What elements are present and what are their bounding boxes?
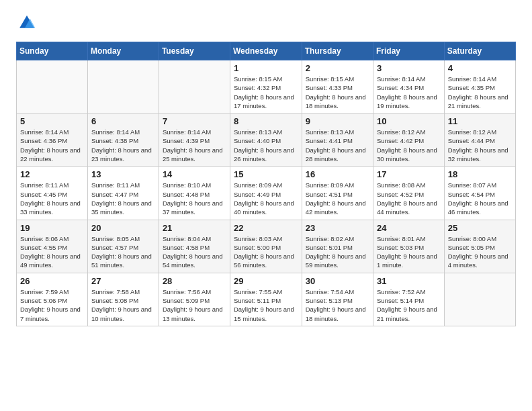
calendar-cell: 17Sunrise: 8:08 AM Sunset: 4:52 PM Dayli… [373,167,445,220]
logo-icon [17,13,36,32]
calendar-cell: 23Sunrise: 8:02 AM Sunset: 5:01 PM Dayli… [302,220,373,273]
day-info: Sunrise: 7:55 AM Sunset: 5:11 PM Dayligh… [234,287,298,323]
calendar-cell: 12Sunrise: 8:11 AM Sunset: 4:45 PM Dayli… [17,167,88,220]
calendar-cell: 4Sunrise: 8:14 AM Sunset: 4:35 PM Daylig… [444,60,515,113]
day-number: 3 [377,63,441,73]
calendar-week-row: 5Sunrise: 8:14 AM Sunset: 4:36 PM Daylig… [17,113,516,167]
day-info: Sunrise: 8:05 AM Sunset: 4:57 PM Dayligh… [91,234,155,270]
calendar-cell: 22Sunrise: 8:03 AM Sunset: 5:00 PM Dayli… [230,220,302,273]
calendar-cell: 6Sunrise: 8:14 AM Sunset: 4:38 PM Daylig… [87,113,159,167]
calendar-week-row: 26Sunrise: 7:59 AM Sunset: 5:06 PM Dayli… [17,273,516,326]
calendar-cell: 30Sunrise: 7:54 AM Sunset: 5:13 PM Dayli… [302,273,373,326]
weekday-header: Monday [87,42,159,60]
day-number: 19 [20,223,84,233]
day-info: Sunrise: 8:01 AM Sunset: 5:03 PM Dayligh… [377,234,441,270]
calendar-cell [159,60,230,113]
calendar-cell: 26Sunrise: 7:59 AM Sunset: 5:06 PM Dayli… [17,273,88,326]
weekday-header: Saturday [444,42,515,60]
calendar-cell: 8Sunrise: 8:13 AM Sunset: 4:40 PM Daylig… [230,113,302,167]
weekday-header: Thursday [302,42,373,60]
day-info: Sunrise: 8:11 AM Sunset: 4:47 PM Dayligh… [91,181,155,216]
day-info: Sunrise: 8:00 AM Sunset: 5:05 PM Dayligh… [448,234,512,270]
day-number: 15 [234,169,298,179]
calendar-cell: 10Sunrise: 8:12 AM Sunset: 4:42 PM Dayli… [373,113,445,167]
calendar-cell: 3Sunrise: 8:14 AM Sunset: 4:34 PM Daylig… [373,60,445,113]
calendar-cell: 19Sunrise: 8:06 AM Sunset: 4:55 PM Dayli… [17,220,88,273]
weekday-header: Wednesday [230,42,302,60]
day-number: 11 [448,116,512,126]
day-number: 2 [306,63,369,73]
calendar-cell: 21Sunrise: 8:04 AM Sunset: 4:58 PM Dayli… [159,220,230,273]
page-header [16,13,516,35]
day-number: 13 [91,169,155,179]
day-number: 27 [91,276,155,286]
day-number: 1 [234,63,298,73]
day-number: 16 [306,169,369,179]
day-number: 5 [20,116,84,126]
day-info: Sunrise: 7:54 AM Sunset: 5:13 PM Dayligh… [306,287,369,323]
day-number: 17 [377,169,441,179]
day-info: Sunrise: 8:09 AM Sunset: 4:49 PM Dayligh… [234,181,298,216]
calendar-week-row: 1Sunrise: 8:15 AM Sunset: 4:32 PM Daylig… [17,60,516,113]
day-number: 4 [448,63,512,73]
day-info: Sunrise: 8:06 AM Sunset: 4:55 PM Dayligh… [20,234,84,270]
day-info: Sunrise: 8:08 AM Sunset: 4:52 PM Dayligh… [377,181,441,216]
day-info: Sunrise: 8:11 AM Sunset: 4:45 PM Dayligh… [20,181,84,216]
calendar-cell: 14Sunrise: 8:10 AM Sunset: 4:48 PM Dayli… [159,167,230,220]
day-info: Sunrise: 8:10 AM Sunset: 4:48 PM Dayligh… [163,181,226,216]
calendar-table: SundayMondayTuesdayWednesdayThursdayFrid… [16,42,516,326]
calendar-cell: 15Sunrise: 8:09 AM Sunset: 4:49 PM Dayli… [230,167,302,220]
day-info: Sunrise: 7:58 AM Sunset: 5:08 PM Dayligh… [91,287,155,323]
calendar-week-row: 12Sunrise: 8:11 AM Sunset: 4:45 PM Dayli… [17,167,516,220]
calendar-cell: 1Sunrise: 8:15 AM Sunset: 4:32 PM Daylig… [230,60,302,113]
day-info: Sunrise: 8:15 AM Sunset: 4:33 PM Dayligh… [306,75,369,110]
weekday-header: Tuesday [159,42,230,60]
calendar-cell: 25Sunrise: 8:00 AM Sunset: 5:05 PM Dayli… [444,220,515,273]
day-info: Sunrise: 8:09 AM Sunset: 4:51 PM Dayligh… [306,181,369,216]
calendar-cell [444,273,515,326]
day-info: Sunrise: 8:13 AM Sunset: 4:41 PM Dayligh… [306,128,369,163]
day-info: Sunrise: 8:13 AM Sunset: 4:40 PM Dayligh… [234,128,298,163]
calendar-cell: 11Sunrise: 8:12 AM Sunset: 4:44 PM Dayli… [444,113,515,167]
day-number: 6 [91,116,155,126]
day-number: 28 [163,276,226,286]
calendar-cell: 18Sunrise: 8:07 AM Sunset: 4:54 PM Dayli… [444,167,515,220]
day-info: Sunrise: 8:15 AM Sunset: 4:32 PM Dayligh… [234,75,298,110]
calendar-cell [87,60,159,113]
day-info: Sunrise: 8:02 AM Sunset: 5:01 PM Dayligh… [306,234,369,270]
day-number: 8 [234,116,298,126]
day-info: Sunrise: 8:14 AM Sunset: 4:35 PM Dayligh… [448,75,512,110]
calendar-cell: 7Sunrise: 8:14 AM Sunset: 4:39 PM Daylig… [159,113,230,167]
calendar-cell: 20Sunrise: 8:05 AM Sunset: 4:57 PM Dayli… [87,220,159,273]
calendar-cell: 28Sunrise: 7:56 AM Sunset: 5:09 PM Dayli… [159,273,230,326]
day-number: 24 [377,223,441,233]
calendar-cell: 5Sunrise: 8:14 AM Sunset: 4:36 PM Daylig… [17,113,88,167]
calendar-week-row: 19Sunrise: 8:06 AM Sunset: 4:55 PM Dayli… [17,220,516,273]
logo [16,13,39,35]
day-number: 26 [20,276,84,286]
day-number: 9 [306,116,369,126]
day-number: 14 [163,169,226,179]
calendar-cell: 13Sunrise: 8:11 AM Sunset: 4:47 PM Dayli… [87,167,159,220]
calendar-cell: 24Sunrise: 8:01 AM Sunset: 5:03 PM Dayli… [373,220,445,273]
day-number: 22 [234,223,298,233]
day-info: Sunrise: 8:07 AM Sunset: 4:54 PM Dayligh… [448,181,512,216]
day-info: Sunrise: 8:04 AM Sunset: 4:58 PM Dayligh… [163,234,226,270]
day-info: Sunrise: 8:14 AM Sunset: 4:38 PM Dayligh… [91,128,155,163]
day-number: 25 [448,223,512,233]
calendar-cell: 9Sunrise: 8:13 AM Sunset: 4:41 PM Daylig… [302,113,373,167]
calendar-cell: 29Sunrise: 7:55 AM Sunset: 5:11 PM Dayli… [230,273,302,326]
calendar-cell [17,60,88,113]
day-info: Sunrise: 8:03 AM Sunset: 5:00 PM Dayligh… [234,234,298,270]
day-info: Sunrise: 7:56 AM Sunset: 5:09 PM Dayligh… [163,287,226,323]
day-info: Sunrise: 7:59 AM Sunset: 5:06 PM Dayligh… [20,287,84,323]
day-info: Sunrise: 8:12 AM Sunset: 4:42 PM Dayligh… [377,128,441,163]
day-number: 7 [163,116,226,126]
day-info: Sunrise: 8:14 AM Sunset: 4:34 PM Dayligh… [377,75,441,110]
calendar-cell: 16Sunrise: 8:09 AM Sunset: 4:51 PM Dayli… [302,167,373,220]
day-info: Sunrise: 7:52 AM Sunset: 5:14 PM Dayligh… [377,287,441,323]
day-number: 29 [234,276,298,286]
day-number: 10 [377,116,441,126]
day-info: Sunrise: 8:14 AM Sunset: 4:39 PM Dayligh… [163,128,226,163]
calendar-cell: 2Sunrise: 8:15 AM Sunset: 4:33 PM Daylig… [302,60,373,113]
